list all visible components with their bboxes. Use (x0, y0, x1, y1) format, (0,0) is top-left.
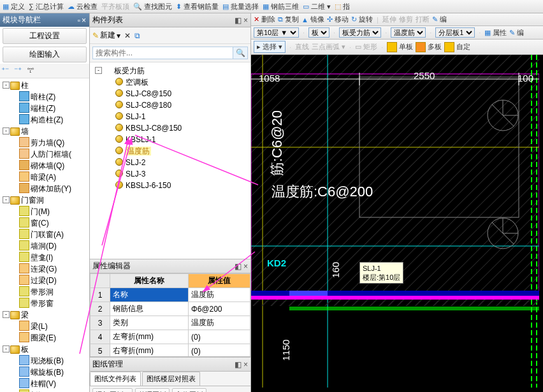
tree-expand-icon[interactable]: - (3, 345, 10, 352)
tree-item-label[interactable]: 暗柱(Z) (31, 92, 55, 101)
tree-item-label[interactable]: 带形洞 (31, 287, 54, 296)
tree-expand-icon[interactable]: - (3, 127, 10, 134)
tb-find[interactable]: 🔍 查找图元 (133, 2, 172, 11)
tree-item-label[interactable]: 砌体加筋(Y) (31, 184, 71, 193)
tree-item[interactable]: 柱帽(V) (19, 378, 88, 389)
filter-icon[interactable]: 🝖 (27, 66, 37, 76)
component-label[interactable]: KBSLJ-1 (126, 135, 156, 144)
component-label[interactable]: SLJ-2 (126, 158, 145, 167)
property-btn[interactable]: ▦ 属性 (484, 28, 507, 38)
tree-folder-label[interactable]: 门窗洞 (21, 196, 44, 205)
select-btn[interactable]: ▸ 选择 ▾ (254, 41, 286, 53)
comp-expand-icon[interactable]: - (95, 67, 102, 74)
copy-component-btn[interactable]: ⧉ (134, 31, 140, 40)
tree-item[interactable]: 砌体墙(Q) (19, 160, 88, 171)
tree-folder-label[interactable]: 板 (21, 345, 29, 354)
tb-batch[interactable]: ▤ 批量选择 (222, 2, 259, 11)
nav-close-icon[interactable]: × (82, 16, 86, 25)
prop-value[interactable]: (0) (189, 344, 250, 357)
tree-item-label[interactable]: 门联窗(A) (31, 230, 64, 239)
tree-folder[interactable]: -板现浇板(B)螺旋板(B)柱帽(V)板洞(N)板受力筋(S)板负筋(F)楼层板… (10, 344, 88, 392)
prop-dock-icon[interactable]: ◧ (235, 262, 242, 271)
component-label[interactable]: 温度筋 (126, 147, 151, 156)
tree-expand-icon[interactable]: - (3, 82, 10, 89)
tree-item[interactable]: 人防门框墙( (19, 149, 88, 160)
component-item[interactable]: 空调板 (115, 76, 248, 88)
single-slab-btn[interactable]: 单板 (387, 42, 413, 52)
component-label[interactable]: SLJ-3 (126, 170, 145, 178)
prop-value[interactable]: 温度筋 (189, 316, 250, 330)
prop-value[interactable]: Φ6@200 (189, 302, 250, 316)
edit-more-btn[interactable]: ✎ 编 (432, 15, 447, 24)
tb-sum[interactable]: ∑ 汇总计算 (29, 2, 64, 11)
extend-btn[interactable]: 延伸 (382, 15, 396, 24)
component-item[interactable]: SLJ-2 (115, 157, 248, 168)
tree-item[interactable]: 带形洞 (19, 286, 88, 298)
component-item[interactable]: SLJ-3 (115, 168, 248, 180)
prop-row[interactable]: 2钢筋信息Φ6@200 (90, 302, 250, 316)
tree-item[interactable]: 带形窗 (19, 298, 88, 309)
component-label[interactable]: KBSLJ-C8@150 (126, 124, 182, 133)
component-item[interactable]: SLJ-1 (115, 111, 248, 122)
tb-rebar[interactable]: ⬍ 查看钢筋量 (176, 2, 219, 11)
prop-close-icon[interactable]: × (243, 262, 248, 271)
tree-item-label[interactable]: 砌体墙(Q) (31, 161, 64, 170)
tb-3d[interactable]: ▦ 钢筋三维 (263, 2, 299, 11)
tree-item[interactable]: 梁(L) (19, 321, 88, 332)
delete-component-btn[interactable]: ✕ (124, 31, 131, 40)
prop-row[interactable]: 1名称温度筋 (90, 288, 250, 302)
tree-item[interactable]: 壁龛(I) (19, 252, 88, 263)
tree-folder[interactable]: -门窗洞门(M)窗(C)门联窗(A)墙洞(D)壁龛(I)连梁(G)过梁(D)带形… (10, 194, 88, 309)
nav-tree[interactable]: -柱暗柱(Z)端柱(Z)构造柱(Z)-墙剪力墙(Q)人防门框墙(砌体墙(Q)暗梁… (0, 78, 89, 392)
wdj-select[interactable]: 温度筋 (391, 27, 426, 38)
prop-name[interactable]: 右弯折(mm) (110, 344, 189, 357)
component-item[interactable]: SLJ-C8@150 (115, 88, 248, 99)
tree-item-label[interactable]: 剪力墙(Q) (31, 138, 64, 147)
tree-folder-label[interactable]: 墙 (21, 127, 29, 136)
prop-value[interactable]: (0) (189, 330, 250, 344)
expand-icon[interactable]: ⁺⁻ (1, 66, 11, 76)
copy-btn[interactable]: ⧉ 复制 (278, 15, 299, 24)
prop-name[interactable]: 钢筋信息 (110, 302, 189, 316)
tb-cloud[interactable]: ☁ 云检查 (68, 2, 98, 11)
component-label[interactable]: SLJ-C8@150 (126, 89, 171, 98)
mirror-btn[interactable]: ▲ 镜像 (301, 15, 324, 24)
tree-item[interactable]: 螺旋板(B) (19, 367, 88, 378)
prop-name[interactable]: 类别 (110, 316, 189, 330)
tab-drawing-floors[interactable]: 图纸楼层对照表 (142, 372, 200, 386)
tree-item-label[interactable]: 门(M) (31, 207, 50, 216)
prop-row[interactable]: 5右弯折(mm)(0) (90, 344, 250, 357)
tree-item[interactable]: 门联窗(A) (19, 229, 88, 240)
component-item[interactable]: 温度筋 (115, 145, 248, 157)
drawmgr-dock-icon[interactable]: ◧ (235, 360, 242, 369)
comp-root-label[interactable]: 板受力筋 (112, 66, 145, 75)
tree-item[interactable]: 现浇板(B) (19, 355, 88, 367)
drawmgr-close-icon[interactable]: × (243, 360, 248, 369)
tree-expand-icon[interactable]: - (3, 311, 10, 318)
tree-item-label[interactable]: 螺旋板(B) (31, 368, 64, 377)
tb-align[interactable]: 平齐板顶 (101, 2, 129, 11)
prop-row[interactable]: 4左弯折(mm)(0) (90, 330, 250, 344)
tree-item[interactable]: 板洞(N) (19, 389, 88, 392)
component-search-btn[interactable]: 🔍 (233, 47, 248, 59)
custom-slab-btn[interactable]: 自定 (444, 42, 470, 52)
property-table[interactable]: 属性名称 属性值 1名称温度筋2钢筋信息Φ6@2003类别温度筋4左弯折(mm)… (90, 273, 250, 356)
tb-more[interactable]: ⬚ 指 (335, 2, 350, 11)
component-search-input[interactable] (92, 47, 233, 59)
prop-value[interactable]: 温度筋 (189, 288, 250, 302)
tree-item-label[interactable]: 壁龛(I) (31, 253, 53, 262)
component-root[interactable]: - 板受力筋空调板SLJ-C8@150SLJ-C8@180SLJ-1KBSLJ-… (104, 65, 248, 191)
prop-row[interactable]: 3类别温度筋 (90, 316, 250, 330)
project-settings-btn[interactable]: 工程设置 (3, 28, 87, 44)
tree-folder[interactable]: -梁梁(L)圈梁(E) (10, 309, 88, 344)
tree-item-label[interactable]: 过梁(D) (31, 276, 57, 285)
new-component-btn[interactable]: ✎ 新建 ▾ (92, 30, 120, 41)
add-drawing-btn[interactable]: 添加图纸 ▾ (92, 388, 133, 392)
tree-folder-label[interactable]: 柱 (21, 81, 29, 90)
tree-item[interactable]: 圈梁(E) (19, 332, 88, 344)
rebar-select[interactable]: 板受力筋 (339, 27, 381, 38)
tree-item[interactable]: 窗(C) (19, 217, 88, 229)
component-item[interactable]: KBSLJ-1 (115, 134, 248, 145)
layer-select[interactable]: 板 (308, 27, 329, 38)
edit-btn[interactable]: ✎ 编 (509, 28, 524, 38)
